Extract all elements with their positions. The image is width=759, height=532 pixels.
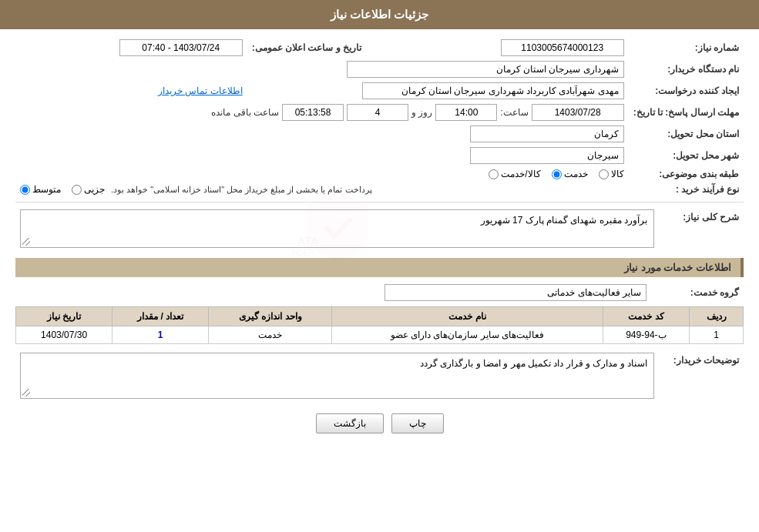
resize-handle-desc[interactable] (22, 238, 30, 246)
buyer-notes-text: اسناد و مدارک و قرار داد تکمیل مهر و امض… (420, 358, 647, 369)
creator-contact-link[interactable]: اطلاعات تماس خریدار (158, 85, 243, 96)
province-input[interactable] (470, 125, 624, 142)
city-input[interactable] (470, 147, 624, 164)
announcement-date-value (15, 37, 247, 59)
category-khedmat-radio[interactable] (552, 169, 562, 179)
purchase-jozi-item: جزیی (72, 184, 105, 195)
deadline-time-row: ساعت: روز و ساعت باقی مانده (20, 104, 624, 121)
quantity-value: 1 (158, 330, 163, 340)
page-wrapper: جزئیات اطلاعات نیاز شماره نیاز: تاریخ و … (0, 0, 759, 532)
buyer-notes-cell: اسناد و مدارک و قرار داد تکمیل مهر و امض… (15, 350, 659, 401)
remaining-days-input[interactable] (347, 104, 408, 121)
buyer-org-input[interactable] (347, 61, 624, 78)
remaining-time-input[interactable] (282, 104, 344, 121)
purchase-mota-label: متوسط (32, 184, 61, 195)
category-options: کالا خدمت کالا/خدمت (15, 166, 629, 182)
service-group-table: گروه خدمت: (15, 282, 744, 303)
order-number-label: شماره نیاز: (629, 37, 744, 59)
table-body: 1 ب-94-949 فعالیت‌های سایر سازمان‌های دا… (16, 326, 744, 344)
col-date: تاریخ نیاز (16, 307, 113, 326)
buttons-row: بازگشت چاپ (15, 413, 744, 433)
shield-watermark: ATA TENDER (291, 189, 384, 269)
creator-label: ایجاد کننده درخواست: (629, 80, 744, 102)
announcement-date-label: تاریخ و ساعت اعلان عمومی: (247, 37, 366, 59)
row-city: شهر محل تحویل: (15, 145, 744, 166)
resize-handle-notes[interactable] (22, 389, 30, 396)
deadline-time-input[interactable] (435, 104, 497, 121)
category-kala-radio[interactable] (599, 169, 609, 179)
province-label: استان محل تحویل: (629, 123, 744, 145)
category-label: طبقه بندی موضوعی: (629, 166, 744, 182)
main-info-table: شماره نیاز: تاریخ و ساعت اعلان عمومی: نا… (15, 37, 744, 197)
deadline-label: مهلت ارسال پاسخ: تا تاریخ: (629, 102, 744, 123)
cell-service-code: ب-94-949 (603, 326, 690, 344)
purchase-mota-radio[interactable] (20, 185, 30, 195)
city-value (15, 145, 629, 166)
cell-row-num: 1 (690, 326, 744, 344)
category-kala-khedmat-label: کالا/خدمت (501, 169, 540, 179)
purchase-jozi-label: جزیی (84, 184, 105, 195)
cell-quantity: 1 (113, 326, 209, 344)
deadline-row-content: ساعت: روز و ساعت باقی مانده (15, 102, 629, 123)
table-row: 1 ب-94-949 فعالیت‌های سایر سازمان‌های دا… (16, 326, 744, 344)
province-value (15, 123, 629, 145)
cell-service-name: فعالیت‌های سایر سازمان‌های دارای عضو (332, 326, 603, 344)
purchase-type-content: جزیی متوسط پرداخت تمام یا بخشی از مبلغ خ… (15, 182, 629, 197)
purchase-jozi-radio[interactable] (72, 185, 82, 195)
col-row-num: ردیف (690, 307, 744, 326)
purchase-type-row: جزیی متوسط پرداخت تمام یا بخشی از مبلغ خ… (20, 184, 624, 195)
row-order-date: شماره نیاز: تاریخ و ساعت اعلان عمومی: (15, 37, 744, 59)
announcement-date-input[interactable] (119, 39, 243, 56)
purchase-radio-group: جزیی متوسط (20, 184, 105, 195)
svg-text:TENDER: TENDER (291, 249, 314, 257)
cell-unit: خدمت (209, 326, 332, 344)
category-kala-label: کالا (611, 169, 624, 179)
table-header-row: ردیف کد خدمت نام خدمت واحد اندازه گیری ت… (16, 307, 744, 326)
page-title: جزئیات اطلاعات نیاز (331, 8, 428, 21)
general-desc-cell: ATA TENDER برآورد مقبره شهدای گمنام پارک… (15, 207, 659, 250)
cell-date: 1403/07/30 (16, 326, 113, 344)
row-province: استان محل تحویل: (15, 123, 744, 145)
page-header: جزئیات اطلاعات نیاز (0, 0, 759, 29)
remaining-days-label: روز و (411, 107, 432, 118)
order-number-value (397, 37, 629, 59)
purchase-notice: پرداخت تمام یا بخشی از مبلغ خریداز محل "… (111, 185, 372, 195)
category-kala-item: کالا (599, 169, 624, 179)
back-button[interactable]: بازگشت (316, 413, 384, 433)
deadline-time-label: ساعت: (500, 107, 528, 118)
deadline-date-input[interactable] (532, 104, 624, 121)
row-service-group: گروه خدمت: (15, 282, 744, 303)
order-number-input[interactable] (501, 39, 624, 56)
general-desc-label: شرح کلی نیاز: (659, 207, 744, 250)
service-group-input[interactable] (385, 284, 646, 301)
purchase-type-label: نوع فرآیند خرید : (629, 182, 744, 197)
purchase-mota-item: متوسط (20, 184, 61, 195)
row-buyer-notes: توضیحات خریدار: اسناد و مدارک و قرار داد… (15, 350, 744, 401)
category-kala-khedmat-radio[interactable] (489, 169, 499, 179)
col-service-code: کد خدمت (603, 307, 690, 326)
general-desc-box: ATA TENDER برآورد مقبره شهدای گمنام پارک… (20, 209, 654, 248)
service-group-label: گروه خدمت: (651, 282, 744, 303)
creator-value (247, 80, 629, 102)
service-group-value (15, 282, 651, 303)
remaining-suffix: ساعت باقی مانده (211, 107, 279, 118)
buyer-notes-box: اسناد و مدارک و قرار داد تکمیل مهر و امض… (20, 353, 654, 399)
table-header: ردیف کد خدمت نام خدمت واحد اندازه گیری ت… (16, 307, 744, 326)
row-category: طبقه بندی موضوعی: کالا خدمت (15, 166, 744, 182)
buyer-org-label: نام دستگاه خریدار: (629, 59, 744, 80)
category-khedmat-label: خدمت (564, 169, 588, 179)
category-kala-khedmat-item: کالا/خدمت (489, 169, 540, 179)
desc-table: شرح کلی نیاز: ATA TENDER برآورد م (15, 207, 744, 250)
print-button[interactable]: چاپ (391, 413, 444, 433)
general-desc-text: برآورد مقبره شهدای گمنام پارک 17 شهریور (481, 215, 647, 226)
category-radio-group: کالا خدمت کالا/خدمت (20, 169, 624, 179)
city-label: شهر محل تحویل: (629, 145, 744, 166)
col-unit: واحد اندازه گیری (209, 307, 332, 326)
buyer-notes-label: توضیحات خریدار: (659, 350, 744, 401)
services-data-table: ردیف کد خدمت نام خدمت واحد اندازه گیری ت… (15, 306, 744, 344)
creator-input[interactable] (362, 82, 624, 99)
col-quantity: تعداد / مقدار (113, 307, 209, 326)
category-khedmat-item: خدمت (552, 169, 588, 179)
row-purchase-type: نوع فرآیند خرید : جزیی متوسط (15, 182, 744, 197)
service-info-title: اطلاعات خدمات مورد نیاز (15, 258, 744, 277)
